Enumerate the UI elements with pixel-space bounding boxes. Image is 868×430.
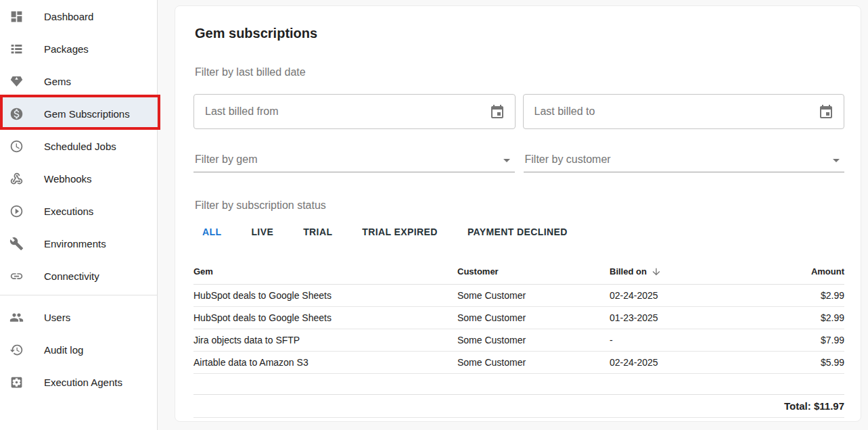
filter-by-gem-select[interactable]: Filter by gem bbox=[193, 153, 515, 172]
cell-customer: Some Customer bbox=[457, 312, 610, 323]
cell-gem: Jira objects data to SFTP bbox=[193, 335, 457, 345]
page-title: Gem subscriptions bbox=[195, 25, 844, 41]
sort-desc-icon bbox=[651, 266, 662, 277]
header-amount[interactable]: Amount bbox=[745, 266, 844, 277]
table-header-row: Gem Customer Billed on Amount bbox=[193, 259, 844, 285]
cell-billed-on: - bbox=[610, 335, 745, 345]
table-row[interactable]: Jira objects data to SFTP Some Customer … bbox=[193, 329, 844, 352]
calendar-icon[interactable] bbox=[489, 104, 505, 120]
filter-by-customer-placeholder: Filter by customer bbox=[524, 153, 611, 166]
sidebar-item-label: Packages bbox=[44, 43, 89, 55]
subscriptions-table: Gem Customer Billed on Amount HubSpot de… bbox=[193, 259, 844, 418]
sidebar-item-label: Gems bbox=[44, 76, 71, 87]
dropdown-arrow-icon bbox=[499, 153, 515, 171]
webhook-icon bbox=[8, 170, 24, 187]
cell-amount: $5.99 bbox=[745, 357, 844, 368]
header-customer[interactable]: Customer bbox=[457, 266, 610, 277]
status-tabs: ALL LIVE TRIAL TRIAL EXPIRED PAYMENT DEC… bbox=[193, 225, 844, 239]
sidebar-item-environments[interactable]: Environments bbox=[0, 227, 157, 260]
total-amount: Total: $11.97 bbox=[784, 400, 844, 412]
sidebar-item-gem-subscriptions[interactable]: Gem Subscriptions bbox=[0, 97, 157, 130]
sidebar-item-webhooks[interactable]: Webhooks bbox=[0, 162, 157, 195]
cell-gem: HubSpot deals to Google Sheets bbox=[193, 312, 457, 323]
tab-live[interactable]: LIVE bbox=[236, 225, 288, 239]
sidebar-item-label: Gem Subscriptions bbox=[44, 108, 130, 120]
cell-gem: Airtable data to Amazon S3 bbox=[193, 357, 457, 368]
sidebar-item-label: Executions bbox=[44, 206, 93, 217]
sidebar-item-execution-agents[interactable]: Execution Agents bbox=[0, 366, 157, 398]
sidebar-item-label: Audit log bbox=[44, 344, 83, 356]
table-row[interactable]: HubSpot deals to Google Sheets Some Cust… bbox=[193, 307, 844, 329]
select-filter-row: Filter by gem Filter by customer bbox=[193, 153, 844, 172]
history-icon bbox=[8, 341, 24, 358]
app: Dashboard Packages Gems Gem Subscription… bbox=[0, 0, 868, 430]
link-icon bbox=[8, 268, 24, 284]
sidebar: Dashboard Packages Gems Gem Subscription… bbox=[0, 0, 158, 430]
last-billed-to-input[interactable] bbox=[524, 95, 844, 128]
sidebar-item-label: Execution Agents bbox=[44, 377, 122, 388]
packages-icon bbox=[8, 41, 24, 57]
cell-customer: Some Customer bbox=[457, 357, 610, 368]
cell-gem: HubSpot deals to Google Sheets bbox=[193, 290, 457, 301]
cell-billed-on: 01-23-2025 bbox=[610, 312, 745, 323]
gem-subscriptions-card: Gem subscriptions Filter by last billed … bbox=[175, 5, 861, 422]
header-gem[interactable]: Gem bbox=[193, 266, 457, 277]
dollar-circle-icon bbox=[8, 105, 24, 122]
main-content: Gem subscriptions Filter by last billed … bbox=[158, 0, 868, 430]
sidebar-item-label: Webhooks bbox=[44, 173, 92, 185]
sidebar-item-label: Environments bbox=[44, 238, 106, 249]
sidebar-item-gems[interactable]: Gems bbox=[0, 65, 157, 97]
sidebar-item-scheduled-jobs[interactable]: Scheduled Jobs bbox=[0, 130, 157, 162]
last-billed-to-field bbox=[523, 94, 845, 129]
filter-by-gem-placeholder: Filter by gem bbox=[193, 153, 257, 166]
filter-by-customer-select[interactable]: Filter by customer bbox=[524, 153, 845, 172]
sidebar-item-audit-log[interactable]: Audit log bbox=[0, 333, 157, 366]
calendar-icon[interactable] bbox=[818, 104, 834, 120]
clock-icon bbox=[8, 138, 24, 154]
date-filter-row bbox=[193, 94, 844, 129]
dropdown-arrow-icon bbox=[828, 153, 844, 171]
cell-amount: $2.99 bbox=[745, 312, 844, 323]
date-filter-label: Filter by last billed date bbox=[195, 65, 844, 80]
wrench-icon bbox=[8, 235, 24, 252]
sidebar-item-label: Dashboard bbox=[44, 11, 93, 22]
play-circle-icon bbox=[8, 203, 24, 219]
agent-settings-icon bbox=[8, 374, 24, 390]
cell-billed-on: 02-24-2025 bbox=[610, 357, 745, 368]
cell-billed-on: 02-24-2025 bbox=[610, 290, 745, 301]
last-billed-from-input[interactable] bbox=[194, 95, 515, 128]
sidebar-item-users[interactable]: Users bbox=[0, 301, 157, 333]
users-icon bbox=[8, 309, 24, 325]
cell-amount: $2.99 bbox=[745, 290, 844, 301]
table-row[interactable]: HubSpot deals to Google Sheets Some Cust… bbox=[193, 285, 844, 307]
sidebar-item-dashboard[interactable]: Dashboard bbox=[0, 0, 157, 32]
table-row[interactable]: Airtable data to Amazon S3 Some Customer… bbox=[193, 352, 844, 374]
sidebar-item-label: Users bbox=[44, 312, 70, 323]
table-total-row: Total: $11.97 bbox=[193, 395, 844, 418]
sidebar-item-packages[interactable]: Packages bbox=[0, 32, 157, 65]
cell-amount: $7.99 bbox=[745, 335, 844, 345]
sidebar-item-label: Scheduled Jobs bbox=[44, 141, 116, 152]
sidebar-item-label: Connectivity bbox=[44, 270, 99, 282]
tab-payment-declined[interactable]: PAYMENT DECLINED bbox=[453, 225, 583, 239]
tab-trial[interactable]: TRIAL bbox=[288, 225, 347, 239]
sidebar-item-connectivity[interactable]: Connectivity bbox=[0, 260, 157, 292]
cell-customer: Some Customer bbox=[457, 290, 610, 301]
dashboard-icon bbox=[8, 8, 24, 24]
gem-icon bbox=[8, 73, 24, 89]
cell-customer: Some Customer bbox=[457, 335, 610, 345]
table-empty-row bbox=[193, 374, 844, 395]
tab-trial-expired[interactable]: TRIAL EXPIRED bbox=[347, 225, 453, 239]
last-billed-from-field bbox=[193, 94, 516, 129]
sidebar-item-executions[interactable]: Executions bbox=[0, 195, 157, 227]
status-filter-label: Filter by subscription status bbox=[195, 198, 844, 213]
tab-all[interactable]: ALL bbox=[193, 225, 236, 239]
header-billed-on[interactable]: Billed on bbox=[610, 266, 745, 277]
